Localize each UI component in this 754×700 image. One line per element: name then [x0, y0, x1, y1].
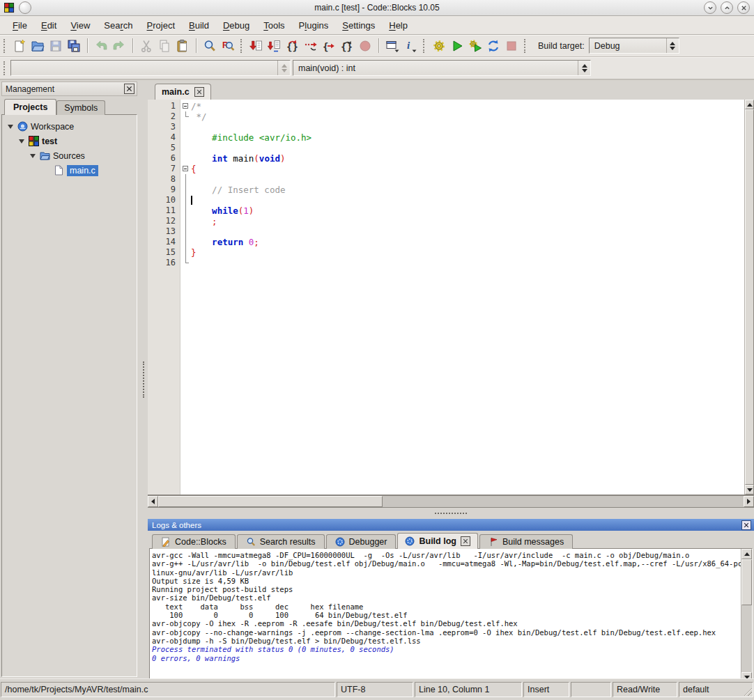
code-text: ; [191, 216, 217, 226]
open-file-button[interactable] [29, 37, 47, 55]
function-spinner[interactable] [578, 61, 590, 75]
tree-item-main-c[interactable]: main.c [2, 163, 137, 178]
menu-file[interactable]: File [6, 17, 34, 33]
fold-toggle[interactable] [180, 101, 191, 111]
debugging-windows-button[interactable] [383, 37, 401, 55]
scope-combobox[interactable] [10, 60, 291, 76]
editor-tab-label: main.c [162, 87, 190, 97]
undo-button[interactable] [92, 37, 110, 55]
tab-build-log[interactable]: Build log [397, 533, 477, 549]
next-line-button[interactable]: {} [284, 37, 302, 55]
menu-view[interactable]: View [63, 17, 97, 33]
log-vscrollbar[interactable] [741, 549, 752, 683]
scrollbar-track[interactable] [383, 496, 744, 507]
maximize-button[interactable] [721, 1, 733, 14]
rebuild-button[interactable] [484, 37, 502, 55]
scrollbar-thumb[interactable] [745, 109, 754, 485]
fold-margin [180, 111, 191, 122]
scrollbar-thumb[interactable] [158, 496, 383, 507]
redo-button[interactable] [110, 37, 128, 55]
scroll-right-button[interactable] [744, 496, 754, 507]
toolbar-grip[interactable] [423, 39, 424, 53]
log-line: avr-objdump -h -S bin/Debug/test.elf > b… [152, 637, 741, 645]
save-all-button[interactable] [65, 37, 83, 55]
menu-debug[interactable]: Debug [216, 17, 256, 33]
menu-plugins[interactable]: Plugins [292, 17, 336, 33]
toolbar-grip[interactable] [3, 61, 5, 75]
fold-toggle[interactable] [180, 164, 191, 174]
find-button[interactable] [201, 37, 219, 55]
minimize-button[interactable] [704, 1, 716, 14]
scroll-up-button[interactable] [745, 100, 754, 109]
editor-tab-close-button[interactable] [194, 87, 204, 97]
scroll-up-button[interactable] [741, 549, 752, 559]
management-close-button[interactable] [124, 84, 134, 94]
window-menu-button[interactable] [19, 1, 31, 14]
tab-projects[interactable]: Projects [4, 99, 56, 115]
scroll-left-button[interactable] [148, 496, 158, 507]
menu-build[interactable]: Build [182, 17, 216, 33]
run-to-cursor-button[interactable] [266, 37, 284, 55]
build-target-spinner[interactable] [666, 38, 679, 53]
editor-tab-main-c[interactable]: main.c [155, 84, 211, 100]
expander-icon[interactable] [8, 125, 13, 129]
main-area: Management Projects Symbols Workspace te… [0, 79, 754, 678]
menu-search[interactable]: Search [97, 17, 139, 33]
code-editor[interactable]: 1/*2 */34 #include <avr/io.h>56 int main… [148, 100, 744, 495]
build-gear-icon [432, 39, 446, 53]
code-text: } [191, 247, 197, 258]
stop-debugger-button[interactable] [356, 37, 374, 55]
new-file-button[interactable] [10, 37, 29, 55]
triangle-up-icon [744, 552, 750, 556]
various-info-button[interactable]: i [401, 37, 420, 55]
menu-tools[interactable]: Tools [256, 17, 291, 33]
copy-button[interactable] [155, 37, 174, 55]
tree-item-workspace[interactable]: Workspace [2, 119, 137, 134]
step-into-button[interactable] [302, 37, 320, 55]
replace-button[interactable]: R [219, 37, 237, 55]
editor-hscrollbar[interactable] [148, 495, 754, 508]
build-target-combobox[interactable]: Debug [589, 38, 679, 54]
build-button[interactable] [430, 37, 448, 55]
cut-button[interactable] [137, 37, 155, 55]
menu-edit[interactable]: Edit [34, 17, 63, 33]
save-button[interactable] [47, 37, 65, 55]
scope-spinner[interactable] [277, 61, 290, 75]
toolbar-grip[interactable] [524, 39, 525, 53]
close-button[interactable] [737, 1, 750, 14]
tab-build-messages[interactable]: Build messages [479, 534, 573, 549]
tab-search-results[interactable]: Search results [237, 534, 325, 549]
build-log-close-button[interactable] [461, 536, 470, 546]
expander-icon[interactable] [30, 154, 36, 158]
expander-icon[interactable] [19, 139, 24, 143]
tree-item-sources[interactable]: Sources [2, 148, 137, 163]
toolbar-grip[interactable] [240, 39, 242, 53]
menu-project[interactable]: Project [140, 17, 182, 33]
menu-help[interactable]: Help [382, 17, 415, 33]
next-instruction-button[interactable]: {} [338, 37, 356, 55]
build-and-run-button[interactable] [466, 37, 484, 55]
toolbar-grip[interactable] [3, 39, 5, 53]
build-log-view[interactable]: avr-gcc -Wall -mmcu=atmega8 -DF_CPU=1600… [149, 548, 753, 683]
editor-vscrollbar[interactable] [744, 100, 754, 495]
scroll-down-button[interactable] [745, 485, 754, 495]
tab-symbols[interactable]: Symbols [56, 100, 105, 115]
menu-settings[interactable]: Settings [335, 17, 382, 33]
project-tree[interactable]: Workspace test Sources main.c [1, 114, 137, 677]
paste-button[interactable] [174, 37, 192, 55]
run-button[interactable] [448, 37, 466, 55]
logs-close-button[interactable] [741, 520, 751, 530]
tree-item-test[interactable]: test [2, 134, 137, 148]
abort-button[interactable] [502, 37, 521, 55]
horizontal-splitter[interactable] [148, 508, 754, 519]
scrollbar-thumb[interactable] [741, 559, 752, 605]
debug-continue-button[interactable] [247, 37, 266, 55]
scrollbar-track[interactable] [741, 605, 752, 672]
tab-debugger[interactable]: Debugger [326, 534, 397, 549]
step-out-button[interactable]: { [320, 37, 338, 55]
tab-codeblocks-log[interactable]: Code::Blocks [152, 534, 236, 549]
vertical-splitter[interactable] [139, 79, 148, 678]
fold-margin [180, 132, 191, 143]
resize-grip[interactable] [743, 687, 752, 696]
function-combobox[interactable]: main(void) : int [293, 60, 591, 76]
